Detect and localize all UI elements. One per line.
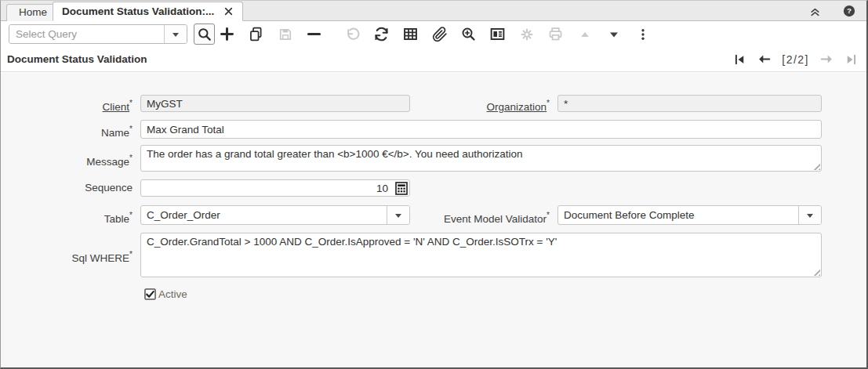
last-record-icon[interactable] xyxy=(844,52,859,67)
chevron-down-icon xyxy=(395,214,401,221)
event-model-validator-value: Document Before Complete xyxy=(558,206,798,224)
close-tab-icon[interactable] xyxy=(223,6,234,16)
client-label: Client* xyxy=(1,95,133,116)
ellipsis-vertical-icon xyxy=(636,27,650,42)
tab-active-label: Document Status Validation:... xyxy=(62,5,214,17)
copy-icon xyxy=(248,26,264,42)
collapse-panel-icon[interactable] xyxy=(808,5,822,18)
grid-icon xyxy=(402,26,419,42)
zoom-across-button[interactable] xyxy=(458,24,479,45)
report-icon xyxy=(489,26,506,42)
organization-label: Organization* xyxy=(416,95,550,116)
grid-toggle-button[interactable] xyxy=(400,24,421,45)
sequence-label: Sequence xyxy=(1,179,133,197)
save-button[interactable] xyxy=(274,24,296,45)
select-query-input[interactable] xyxy=(9,25,164,43)
page-title: Document Status Validation xyxy=(7,46,147,72)
calculator-icon xyxy=(395,182,408,195)
tab-home[interactable]: Home xyxy=(6,4,60,21)
search-button[interactable] xyxy=(194,24,215,45)
calculator-button[interactable] xyxy=(394,181,408,195)
sql-where-field-wrap xyxy=(140,233,822,277)
tab-document-status-validation[interactable]: Document Status Validation:... xyxy=(53,2,243,21)
plus-icon xyxy=(219,26,235,42)
previous-record-icon[interactable] xyxy=(757,52,772,67)
message-field[interactable] xyxy=(140,145,822,172)
toolbar xyxy=(1,22,866,46)
save-icon xyxy=(278,27,293,42)
application-window: Home Document Status Validation:... ? xyxy=(0,0,868,369)
print-button[interactable] xyxy=(545,24,566,45)
more-actions-button[interactable] xyxy=(632,24,653,45)
tab-home-label: Home xyxy=(19,6,47,18)
help-icon[interactable]: ? xyxy=(842,4,856,18)
select-query-dropdown-button[interactable] xyxy=(164,25,187,43)
event-model-validator-label: Event Model Validator* xyxy=(416,207,550,228)
record-indicator: [2/2] xyxy=(782,53,809,66)
organization-field[interactable] xyxy=(557,95,822,112)
gear-icon xyxy=(519,27,535,42)
event-model-validator-dropdown-button[interactable] xyxy=(798,206,821,224)
first-record-icon[interactable] xyxy=(732,52,746,67)
undo-button[interactable] xyxy=(342,24,363,45)
active-checkbox[interactable] xyxy=(144,288,156,300)
record-navigation: [2/2] xyxy=(732,46,859,72)
new-record-button[interactable] xyxy=(216,24,238,45)
event-model-validator-combobox[interactable]: Document Before Complete xyxy=(557,205,822,225)
triangle-down-icon xyxy=(607,27,621,42)
report-button[interactable] xyxy=(487,24,508,45)
chevron-down-icon xyxy=(173,33,179,40)
refresh-button[interactable] xyxy=(371,24,392,45)
sequence-field[interactable] xyxy=(140,179,410,197)
name-label: Name* xyxy=(1,121,133,142)
form-panel: Client* Organization* Name* Message* Seq… xyxy=(1,73,866,367)
table-combobox[interactable]: C_Order_Order xyxy=(140,205,410,225)
title-bar: Document Status Validation [2/2] xyxy=(1,46,866,72)
next-record-icon[interactable] xyxy=(819,52,834,67)
table-dropdown-button[interactable] xyxy=(387,206,409,224)
message-label: Message* xyxy=(1,150,133,171)
message-field-wrap xyxy=(140,145,822,172)
process-button[interactable] xyxy=(516,24,537,45)
client-field[interactable] xyxy=(140,95,410,112)
search-icon xyxy=(197,27,212,42)
refresh-icon xyxy=(373,26,390,42)
name-field[interactable] xyxy=(140,120,822,139)
table-value: C_Order_Order xyxy=(141,206,387,224)
paperclip-icon xyxy=(432,27,448,42)
minus-icon xyxy=(306,26,322,42)
zoom-in-icon xyxy=(460,26,477,42)
triangle-up-icon xyxy=(578,27,592,42)
attachment-button[interactable] xyxy=(429,24,450,45)
sql-where-field[interactable] xyxy=(140,233,822,277)
detail-record-button[interactable] xyxy=(603,24,624,45)
parent-record-button[interactable] xyxy=(574,24,595,45)
svg-text:?: ? xyxy=(847,6,852,15)
tab-bar: Home Document Status Validation:... ? xyxy=(1,1,866,21)
table-label: Table* xyxy=(1,207,133,228)
active-checkbox-label: Active xyxy=(158,288,187,301)
select-query-combobox xyxy=(9,24,187,44)
print-icon xyxy=(547,26,564,42)
delete-record-button[interactable] xyxy=(303,24,325,45)
sql-where-label: Sql WHERE* xyxy=(1,246,133,267)
copy-record-button[interactable] xyxy=(245,24,267,45)
chevron-down-icon xyxy=(807,214,813,221)
undo-icon xyxy=(345,27,361,42)
